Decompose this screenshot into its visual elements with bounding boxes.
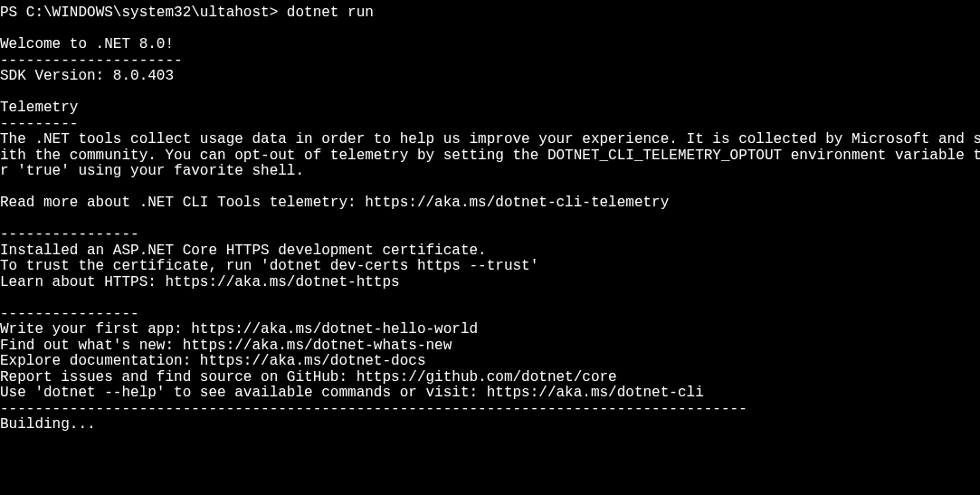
- output-line: Report issues and find source on GitHub:…: [0, 369, 617, 386]
- output-line: ----------------------------------------…: [0, 401, 747, 417]
- output-line: Explore documentation: https://aka.ms/do…: [0, 353, 425, 369]
- output-line: Read more about .NET CLI Tools telemetry…: [0, 195, 669, 211]
- output-line: Learn about HTTPS: https://aka.ms/dotnet…: [0, 274, 400, 290]
- output-line: Write your first app: https://aka.ms/dot…: [0, 321, 478, 338]
- output-line: ---------------------: [0, 52, 183, 69]
- output-line: Welcome to .NET 8.0!: [0, 36, 174, 52]
- output-line: Building...: [0, 416, 96, 433]
- command-text: dotnet run: [287, 5, 374, 21]
- output-line: The .NET tools collect usage data in ord…: [0, 131, 980, 148]
- output-line: Find out what's new: https://aka.ms/dotn…: [0, 338, 452, 354]
- output-line: ----------------: [0, 306, 139, 322]
- output-line: Telemetry: [0, 100, 78, 116]
- output-line: r 'true' using your favorite shell.: [0, 163, 304, 179]
- terminal-output[interactable]: PS C:\WINDOWS\system32\ultahost> dotnet …: [0, 0, 980, 433]
- prompt-separator: >: [270, 5, 287, 21]
- output-line: Installed an ASP.NET Core HTTPS developm…: [0, 243, 487, 259]
- output-line: Use 'dotnet --help' to see available com…: [0, 385, 704, 401]
- prompt-path: C:\WINDOWS\system32\ultahost: [26, 5, 270, 21]
- output-line: To trust the certificate, run 'dotnet de…: [0, 258, 538, 274]
- output-line: ith the community. You can opt-out of te…: [0, 148, 980, 164]
- output-line: ---------: [0, 116, 78, 132]
- output-line: ----------------: [0, 226, 139, 243]
- prompt-prefix: PS: [0, 5, 26, 21]
- output-line: SDK Version: 8.0.403: [0, 68, 174, 84]
